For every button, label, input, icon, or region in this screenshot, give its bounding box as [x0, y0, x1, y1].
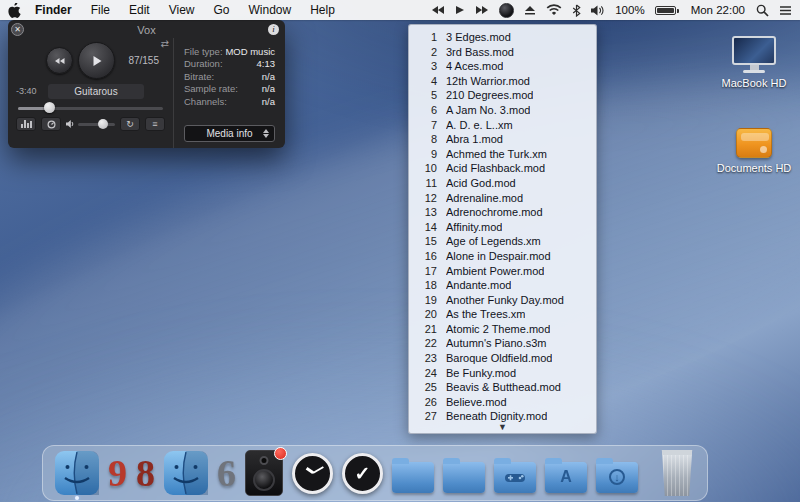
- seek-slider[interactable]: [16, 102, 165, 114]
- menu-file[interactable]: File: [91, 3, 110, 17]
- vox-status-icon[interactable]: [499, 3, 514, 18]
- notification-center-icon[interactable]: [779, 5, 792, 16]
- track-number: 15: [415, 234, 437, 249]
- track-number: 7: [415, 118, 437, 133]
- desktop-icon-documents-hd[interactable]: Documents HD: [716, 128, 792, 174]
- list-item[interactable]: 17Ambient Power.mod: [409, 264, 596, 279]
- media-info-button[interactable]: Media info: [184, 125, 275, 142]
- list-item[interactable]: 10Acid Flashback.mod: [409, 161, 596, 176]
- desktop: FinderFileEditViewGoWindowHelp: [0, 0, 800, 502]
- track-number: 2: [415, 45, 437, 60]
- list-item[interactable]: 15Age of Legends.xm: [409, 234, 596, 249]
- list-item[interactable]: 25Beavis & Butthead.mod: [409, 380, 596, 395]
- list-item[interactable]: 18Andante.mod: [409, 278, 596, 293]
- bluetooth-icon[interactable]: [572, 4, 581, 17]
- checkmark-icon: ✓: [342, 453, 383, 494]
- playlist-panel: 13 Edges.mod23rd Bass.mod34 Aces.mod412t…: [408, 24, 597, 434]
- track-name: 3 Edges.mod: [446, 30, 511, 45]
- dock-clock-app-icon[interactable]: [292, 453, 333, 494]
- updown-arrows-icon: [263, 129, 269, 138]
- info-icon[interactable]: i: [268, 24, 279, 35]
- play-button[interactable]: [78, 42, 115, 79]
- eject-icon[interactable]: [524, 5, 536, 16]
- track-number: 8: [415, 132, 437, 147]
- running-indicator: [75, 496, 79, 500]
- list-item[interactable]: 13 Edges.mod: [409, 30, 596, 45]
- menu-window[interactable]: Window: [249, 3, 292, 17]
- numeral-8: 8: [136, 451, 155, 495]
- dock-finder-alt-icon[interactable]: [164, 451, 208, 495]
- menubar-status: 100% Mon 22:00: [431, 3, 792, 18]
- track-name: Another Funky Day.mod: [446, 293, 564, 308]
- menu-view[interactable]: View: [169, 3, 195, 17]
- menubar-menus: FinderFileEditViewGoWindowHelp: [35, 3, 335, 17]
- list-item[interactable]: 16Alone in Despair.mod: [409, 249, 596, 264]
- menu-go[interactable]: Go: [214, 3, 230, 17]
- menu-help[interactable]: Help: [310, 3, 335, 17]
- spotlight-icon[interactable]: [756, 4, 769, 17]
- list-item[interactable]: 22Autumn's Piano.s3m: [409, 336, 596, 351]
- dock-folder-documents-icon[interactable]: [392, 454, 434, 493]
- list-item[interactable]: 7A. D. e. L..xm: [409, 118, 596, 133]
- list-item[interactable]: 19Another Funky Day.mod: [409, 293, 596, 308]
- dock-vox-speaker-icon[interactable]: [245, 450, 283, 496]
- dock-folder-downloads-icon[interactable]: ↓: [596, 454, 638, 493]
- repeat-icon[interactable]: ↻: [120, 117, 140, 131]
- list-item[interactable]: 14Affinity.mod: [409, 220, 596, 235]
- wifi-icon[interactable]: [546, 4, 562, 16]
- list-item[interactable]: 21Atomic 2 Theme.mod: [409, 322, 596, 337]
- dock-folder-games-icon[interactable]: [494, 454, 536, 493]
- menubar-clock[interactable]: Mon 22:00: [691, 4, 745, 16]
- list-item[interactable]: 34 Aces.mod: [409, 59, 596, 74]
- media-play-icon[interactable]: [455, 5, 465, 15]
- list-item[interactable]: 9Achmed the Turk.xm: [409, 147, 596, 162]
- track-name: Adrenochrome.mod: [446, 205, 543, 220]
- dock-folder-utilities-icon[interactable]: [443, 454, 485, 493]
- track-name: Believe.mod: [446, 395, 507, 410]
- close-icon[interactable]: ✕: [11, 23, 24, 36]
- volume-slider[interactable]: [66, 120, 115, 128]
- list-item[interactable]: 20As the Trees.xm: [409, 307, 596, 322]
- dock-app-8-icon[interactable]: 8: [136, 451, 155, 495]
- apple-menu-icon[interactable]: [8, 3, 21, 18]
- rewind-button[interactable]: [46, 47, 73, 74]
- volume-thumb[interactable]: [98, 119, 108, 129]
- eq-icon[interactable]: [16, 117, 36, 131]
- list-item[interactable]: 26Believe.mod: [409, 395, 596, 410]
- list-item[interactable]: 11Acid God.mod: [409, 176, 596, 191]
- dock-app-9-icon[interactable]: 9: [108, 451, 127, 495]
- dock-app-6-icon[interactable]: 6: [217, 451, 236, 495]
- track-name: 12th Warrior.mod: [446, 74, 530, 89]
- list-item[interactable]: 8Abra 1.mod: [409, 132, 596, 147]
- track-name: A. D. e. L..xm: [446, 118, 513, 133]
- track-name: Baroque Oldfield.mod: [446, 351, 552, 366]
- list-item[interactable]: 24Be Funky.mod: [409, 366, 596, 381]
- dock-folder-applications-icon[interactable]: A: [545, 454, 587, 493]
- track-name: Abra 1.mod: [446, 132, 503, 147]
- battery-icon[interactable]: [655, 5, 680, 16]
- effects-icon[interactable]: [41, 117, 61, 131]
- list-item[interactable]: 23rd Bass.mod: [409, 45, 596, 60]
- list-item[interactable]: 412th Warrior.mod: [409, 74, 596, 89]
- playlist-icon[interactable]: ≡: [145, 117, 165, 131]
- menu-finder[interactable]: Finder: [35, 3, 72, 17]
- desktop-icon-macbook-hd[interactable]: MacBook HD: [716, 36, 792, 89]
- track-name: Be Funky.mod: [446, 366, 516, 381]
- desktop-icon-label: MacBook HD: [722, 77, 787, 89]
- list-item[interactable]: 13Adrenochrome.mod: [409, 205, 596, 220]
- seek-thumb[interactable]: [44, 102, 55, 113]
- volume-icon[interactable]: [591, 5, 605, 16]
- media-forward-icon[interactable]: [475, 5, 489, 15]
- list-item[interactable]: 23Baroque Oldfield.mod: [409, 351, 596, 366]
- list-item[interactable]: 6A Jam No. 3.mod: [409, 103, 596, 118]
- dock-trash-icon[interactable]: [647, 450, 695, 496]
- media-rewind-icon[interactable]: [431, 5, 445, 15]
- menu-edit[interactable]: Edit: [129, 3, 150, 17]
- track-name: As the Trees.xm: [446, 307, 525, 322]
- list-item[interactable]: 5210 Degrees.mod: [409, 88, 596, 103]
- dock-check-app-icon[interactable]: ✓: [342, 453, 383, 494]
- dock-finder-icon[interactable]: [55, 451, 99, 495]
- list-item[interactable]: 12Adrenaline.mod: [409, 191, 596, 206]
- desktop-icon-label: Documents HD: [717, 162, 792, 174]
- scroll-down-arrow[interactable]: ▼: [409, 422, 596, 432]
